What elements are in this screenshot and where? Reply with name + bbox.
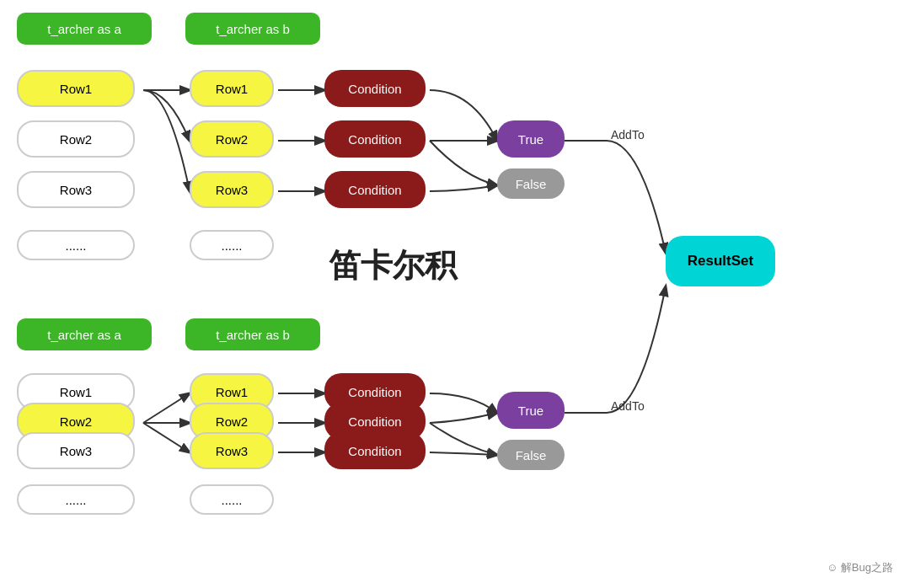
svg-line-7: [143, 423, 190, 452]
top-row-a-1: Row1: [17, 70, 135, 107]
bottom-true-node: True: [497, 392, 565, 429]
top-row-b-3: Row3: [190, 171, 274, 208]
top-row-b-2: Row2: [190, 120, 274, 158]
top-condition-1: Condition: [324, 70, 426, 107]
result-set-node: ResultSet: [666, 236, 775, 286]
bottom-table-a-label: t_archer as a: [17, 318, 152, 350]
top-row-a-3: Row3: [17, 171, 135, 208]
bottom-condition-3: Condition: [324, 432, 426, 469]
bottom-row-b-dots: ......: [190, 484, 274, 515]
top-false-node: False: [497, 168, 565, 199]
top-table-a-label: t_archer as a: [17, 13, 152, 45]
top-true-node: True: [497, 120, 565, 158]
top-row-a-dots: ......: [17, 230, 135, 260]
bottom-row-a-dots: ......: [17, 484, 135, 515]
watermark: ☺ 解Bug之路: [827, 560, 893, 575]
bottom-false-node: False: [497, 440, 565, 470]
bottom-row-b-3: Row3: [190, 432, 274, 469]
top-row-b-1: Row1: [190, 70, 274, 107]
top-row-a-2: Row2: [17, 120, 135, 158]
top-table-b-label: t_archer as b: [185, 13, 320, 45]
bottom-row-a-3: Row3: [17, 432, 135, 469]
cartesian-product-label: 笛卡尔积: [329, 244, 457, 287]
top-condition-2: Condition: [324, 120, 426, 158]
top-condition-3: Condition: [324, 171, 426, 208]
bottom-addto-label: AddTo: [611, 399, 645, 413]
arrows-layer: [0, 0, 910, 588]
top-addto-label: AddTo: [611, 128, 645, 142]
bottom-table-b-label: t_archer as b: [185, 318, 320, 350]
diagram: t_archer as a t_archer as b Row1 Row2 Ro…: [0, 0, 910, 588]
top-row-b-dots: ......: [190, 230, 274, 260]
svg-line-5: [143, 393, 190, 423]
